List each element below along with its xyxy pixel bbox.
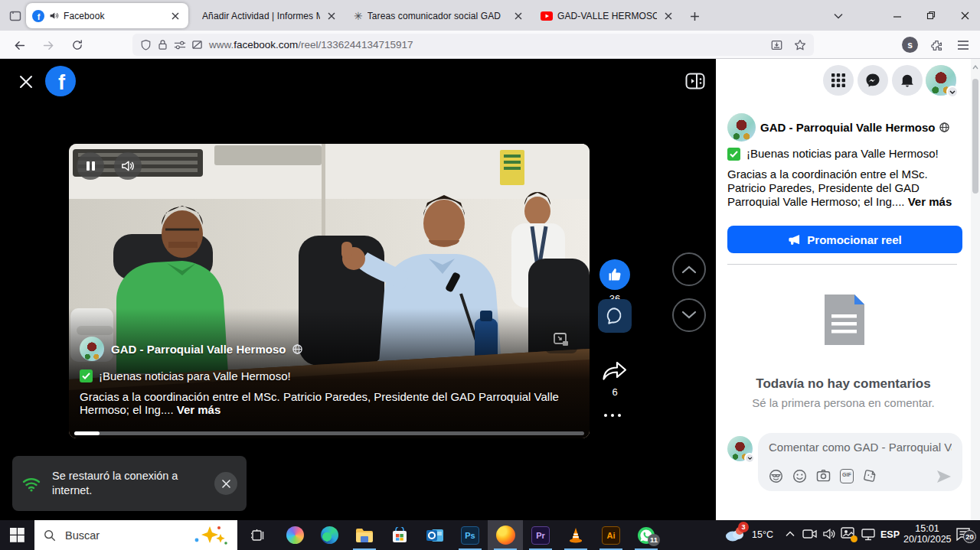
- see-more-link[interactable]: Ver más: [177, 403, 221, 416]
- tab-list-chevron-icon[interactable]: [830, 8, 847, 24]
- volume-button[interactable]: [114, 152, 142, 180]
- megaphone-icon: [788, 234, 801, 246]
- reload-button[interactable]: [67, 35, 87, 55]
- outlook-icon[interactable]: [417, 520, 452, 550]
- page-avatar[interactable]: [80, 337, 104, 361]
- clock[interactable]: 15:01 20/10/2025: [903, 523, 951, 545]
- bookmark-star-icon[interactable]: [794, 39, 806, 51]
- tab-close-icon[interactable]: [662, 9, 675, 23]
- forward-button[interactable]: [38, 35, 58, 55]
- notifications-button[interactable]: [892, 65, 923, 96]
- new-tab-button[interactable]: [686, 8, 703, 24]
- url-bar[interactable]: www.facebook.com/reel/1336244134715917: [132, 34, 814, 56]
- reel-video[interactable]: GAD - Parroquial Valle Hermoso ¡Buenas n…: [69, 144, 590, 438]
- comment-input[interactable]: Comentar como GAD - Parroquial Vall... G…: [758, 433, 962, 491]
- toast-close-icon[interactable]: [214, 472, 237, 495]
- overlay-page-row[interactable]: GAD - Parroquial Valle Hermoso: [80, 337, 302, 361]
- check-emoji-icon: [727, 148, 740, 161]
- promote-reel-button[interactable]: Promocionar reel: [727, 226, 962, 253]
- whatsapp-icon[interactable]: 11: [629, 520, 664, 550]
- tab-close-icon[interactable]: [325, 9, 338, 23]
- scrollbar-thumb[interactable]: [972, 79, 978, 194]
- blocked-media-icon[interactable]: [191, 39, 203, 50]
- menu-hamburger-icon[interactable]: [954, 36, 972, 54]
- comments-button[interactable]: [598, 299, 632, 333]
- save-page-icon[interactable]: [770, 39, 783, 51]
- tab-informes[interactable]: Añadir Actividad | Informes Mensua: [191, 3, 345, 28]
- overlay-page-name[interactable]: GAD - Parroquial Valle Hermoso: [111, 343, 286, 356]
- tray-status-icon[interactable]: [841, 527, 856, 541]
- connection-toast: Se restauró la conexión a internet.: [12, 456, 247, 511]
- globe-icon: [939, 122, 949, 132]
- extensions-puzzle-icon[interactable]: [927, 36, 946, 54]
- tab-close-icon[interactable]: [511, 9, 525, 23]
- emoji-icon[interactable]: [792, 469, 807, 483]
- previous-reel-button[interactable]: [672, 252, 706, 286]
- avatar-sticker-icon[interactable]: [769, 469, 783, 483]
- file-explorer-icon[interactable]: [347, 520, 382, 550]
- tab-close-icon[interactable]: [168, 9, 182, 23]
- panel-title-row: ¡Buenas noticias para Valle Hermoso!: [727, 147, 939, 161]
- window-restore-button[interactable]: [920, 6, 942, 24]
- tab-title: Añadir Actividad | Informes Mensua: [202, 11, 320, 21]
- extension-s-icon[interactable]: s: [902, 37, 918, 53]
- photoshop-icon[interactable]: Ps: [452, 520, 488, 550]
- tab-youtube[interactable]: GAD-VALLE HERMOSO - YouTu: [534, 3, 681, 28]
- weather-icon[interactable]: 3: [724, 524, 747, 547]
- see-more-link[interactable]: Ver más: [908, 195, 952, 208]
- tab-chatgpt[interactable]: ✳ Tareas comunicador social GAD: [348, 3, 531, 28]
- language-indicator[interactable]: ESP: [880, 529, 900, 540]
- tab-title: Facebook: [64, 11, 164, 21]
- apps-menu-button[interactable]: [823, 65, 854, 96]
- share-button[interactable]: [602, 360, 628, 382]
- tab-facebook[interactable]: f Facebook: [26, 3, 188, 28]
- scrollbar-up-icon[interactable]: [972, 65, 978, 70]
- volume-tray-icon[interactable]: [822, 528, 836, 540]
- meet-now-icon[interactable]: [802, 528, 818, 540]
- illustrator-icon[interactable]: Ai: [593, 520, 629, 550]
- panel-description: Gracias a la coordinación entre el MSc. …: [727, 168, 959, 209]
- panel-page-row[interactable]: GAD - Parroquial Valle Hermoso: [760, 121, 949, 134]
- weather-temp[interactable]: 15°C: [752, 529, 773, 540]
- microsoft-store-icon[interactable]: [382, 520, 417, 550]
- back-button[interactable]: [9, 35, 29, 55]
- taskbar-search[interactable]: Buscar: [34, 520, 237, 550]
- close-reel-icon[interactable]: [17, 73, 35, 91]
- panel-scrollbar[interactable]: [971, 59, 980, 520]
- tracking-shield-icon[interactable]: [140, 39, 152, 51]
- firefox-view-icon[interactable]: [6, 7, 24, 25]
- no-comments-icon: [820, 293, 869, 347]
- search-highlights-sparkle-icon[interactable]: [191, 525, 228, 546]
- gif-icon[interactable]: GIF: [840, 469, 854, 483]
- facebook-logo[interactable]: f: [45, 66, 76, 96]
- action-center-icon[interactable]: 20: [956, 527, 971, 541]
- like-button[interactable]: [599, 259, 630, 290]
- composer-avatar[interactable]: [727, 436, 753, 461]
- window-minimize-button[interactable]: [887, 6, 908, 24]
- start-button[interactable]: [0, 520, 34, 550]
- collapse-panel-icon[interactable]: [684, 71, 707, 91]
- tray-chevron-up-icon[interactable]: [786, 531, 795, 537]
- firefox-icon[interactable]: [488, 520, 523, 550]
- vlc-icon[interactable]: [558, 520, 593, 550]
- window-close-button[interactable]: [954, 6, 975, 24]
- copilot-icon[interactable]: [277, 520, 312, 550]
- lock-icon[interactable]: [158, 39, 168, 50]
- messenger-button[interactable]: [858, 65, 888, 96]
- camera-icon[interactable]: [816, 469, 831, 483]
- next-reel-button[interactable]: [672, 298, 706, 332]
- network-icon[interactable]: [861, 528, 876, 541]
- chevron-down-icon: [946, 86, 959, 98]
- task-view-button[interactable]: [240, 520, 276, 550]
- tab-audio-icon[interactable]: [49, 11, 59, 21]
- premiere-icon[interactable]: Pr: [523, 520, 558, 550]
- send-comment-icon[interactable]: [936, 470, 952, 483]
- profile-menu-button[interactable]: [926, 65, 956, 96]
- panel-page-avatar[interactable]: [727, 113, 756, 142]
- sticker-icon[interactable]: [863, 469, 877, 483]
- edge-icon[interactable]: [312, 520, 347, 550]
- more-options-button[interactable]: [604, 411, 626, 420]
- permissions-icon[interactable]: [174, 40, 186, 50]
- video-progress-bar[interactable]: [74, 431, 584, 435]
- pause-button[interactable]: [77, 152, 104, 180]
